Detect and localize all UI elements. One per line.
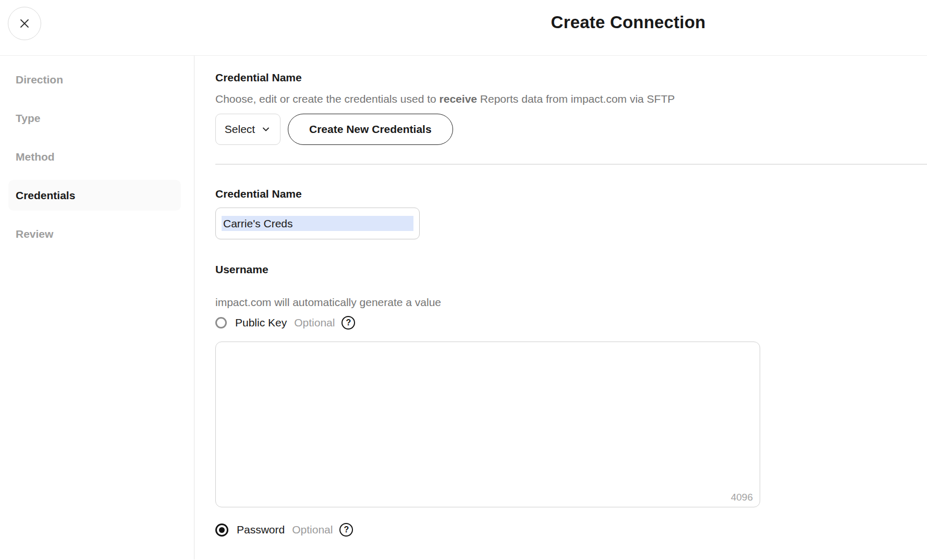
create-new-credentials-button[interactable]: Create New Credentials [288,114,453,145]
select-dropdown-label: Select [225,123,255,136]
sidebar-item-method[interactable]: Method [8,141,181,172]
description-suffix: Reports data from impact.com via SFTP [477,93,675,105]
sidebar-item-direction[interactable]: Direction [8,64,181,95]
credential-name-input[interactable]: Carrie's Creds [215,208,420,239]
wizard-steps-sidebar: Direction Type Method Credentials Review [0,56,194,559]
credential-name-heading: Credential Name [215,71,927,84]
public-key-help-icon[interactable]: ? [341,316,355,330]
password-label: Password [237,524,285,536]
close-icon [18,17,31,30]
sidebar-item-credentials[interactable]: Credentials [8,180,181,211]
public-key-radio[interactable] [215,317,227,328]
chevron-down-icon [261,124,271,135]
public-key-textarea[interactable] [215,342,760,507]
description-prefix: Choose, edit or create the credentials u… [215,93,440,105]
username-hint: impact.com will automatically generate a… [215,296,927,309]
radio-selected-dot [219,527,225,533]
modal-header: Create Connection [0,0,927,56]
description-receive-bold: receive [440,93,477,105]
page-title: Create Connection [551,13,706,32]
sidebar-item-review[interactable]: Review [8,218,181,249]
close-button[interactable] [8,7,41,40]
public-key-optional-label: Optional [294,316,335,329]
credential-name-field-label: Credential Name [215,188,927,200]
select-credentials-dropdown[interactable]: Select [215,114,280,145]
password-radio[interactable] [215,524,228,537]
public-key-label: Public Key [235,316,287,329]
credential-name-description: Choose, edit or create the credentials u… [215,93,927,105]
section-divider [215,164,927,165]
password-help-icon[interactable]: ? [339,523,353,537]
credentials-step-panel: Credential Name Choose, edit or create t… [194,56,927,559]
username-heading: Username [215,263,927,276]
sidebar-item-type[interactable]: Type [8,103,181,133]
public-key-textarea-wrapper: 4096 [215,342,760,507]
credential-name-input-value: Carrie's Creds [222,216,413,231]
password-optional-label: Optional [292,524,333,536]
